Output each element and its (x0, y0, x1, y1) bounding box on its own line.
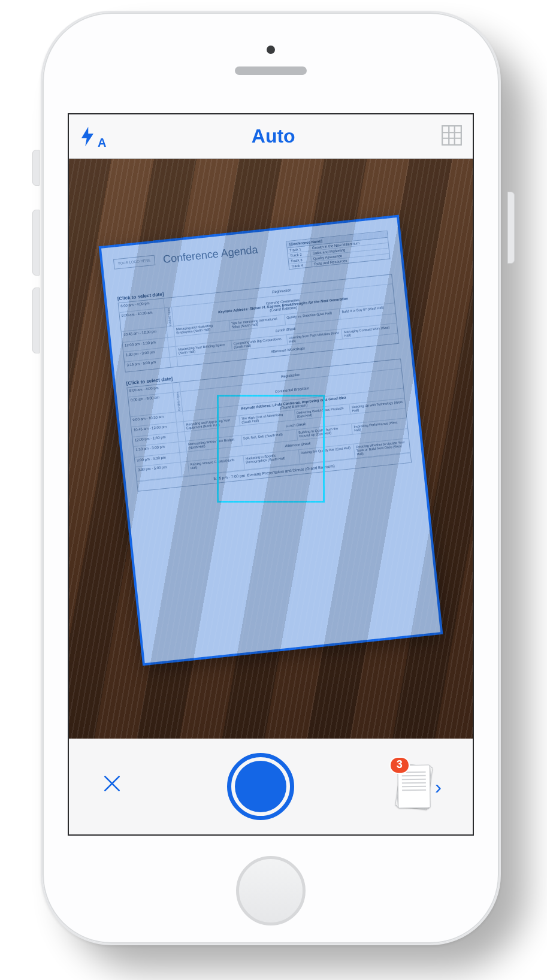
focus-indicator (217, 395, 325, 503)
day2-footer: 5:15 pm - 7:00 pm Evening Presentation a… (137, 453, 411, 491)
cancel-button[interactable] (100, 772, 124, 801)
scan-count-badge: 3 (389, 757, 410, 774)
capture-mode-button[interactable]: Auto (252, 125, 295, 147)
scanned-pages-button[interactable]: 3 › (398, 765, 442, 808)
logo-placeholder: YOUR LOGO HERE (113, 255, 155, 270)
volume-up-button (32, 210, 40, 276)
detected-document: YOUR LOGO HERE Conference Agenda [Confer… (100, 216, 442, 664)
grid-toggle-button[interactable] (440, 124, 463, 149)
close-icon (100, 772, 124, 796)
app-screen: A Auto YOUR LOGO HERE Conference Agenda … (68, 113, 474, 836)
scanner-bottombar: 3 › (69, 739, 473, 834)
day2-schedule: 8:00 am - 4:00 pmRegistration 8:00 am - … (126, 359, 412, 491)
phone-frame: A Auto YOUR LOGO HERE Conference Agenda … (41, 11, 501, 945)
camera-viewport[interactable]: YOUR LOGO HERE Conference Agenda [Confer… (69, 159, 473, 739)
day1-date: [Click to select date] (117, 267, 391, 301)
document-title: Conference Agenda (162, 242, 279, 266)
flash-mode-button[interactable]: A (78, 126, 106, 147)
mute-switch (32, 150, 40, 186)
flash-icon (78, 126, 96, 147)
document-preview: YOUR LOGO HERE Conference Agenda [Confer… (100, 216, 442, 664)
shutter-button[interactable] (227, 753, 294, 820)
chevron-right-icon: › (435, 775, 442, 798)
detection-outline (99, 215, 443, 666)
day1-schedule: 8:00 am - 4:00 pmRegistration 9:00 am - … (118, 274, 400, 373)
scanner-topbar: A Auto (69, 114, 473, 159)
tracks-table: [Conference Name] Track 1Growth in the N… (286, 231, 390, 270)
power-button (507, 192, 515, 264)
svg-rect-0 (442, 126, 461, 145)
grid-icon (440, 124, 463, 147)
day2-date: [Click to select date] (126, 352, 400, 386)
volume-down-button (32, 288, 40, 353)
conference-name-label: [Conference Name] (286, 231, 387, 249)
earpiece-speaker (235, 66, 307, 75)
home-button (236, 856, 306, 925)
page-stack-icon: 3 (398, 765, 430, 808)
flash-mode-indicator: A (98, 136, 106, 150)
shutter-icon (235, 761, 286, 812)
front-camera (267, 46, 275, 54)
